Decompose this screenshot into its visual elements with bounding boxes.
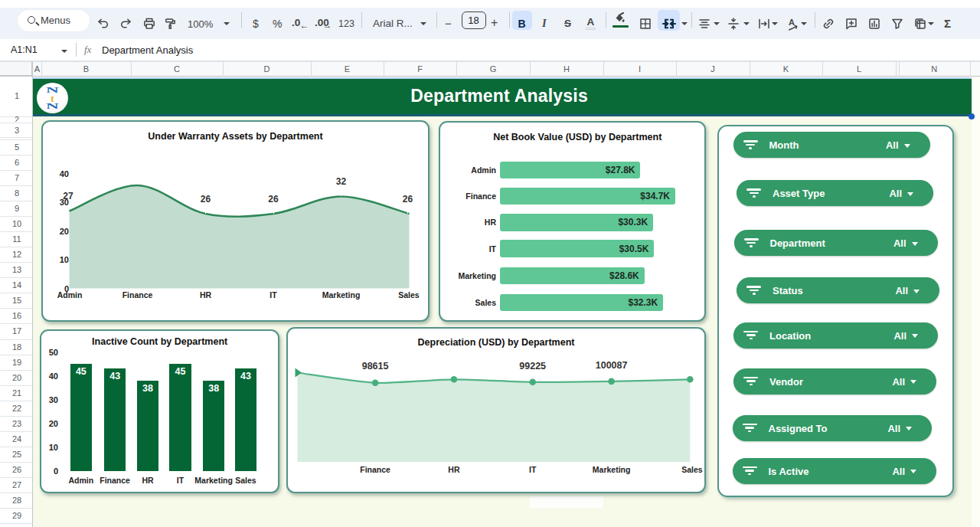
svg-text:A: A [789, 18, 795, 27]
